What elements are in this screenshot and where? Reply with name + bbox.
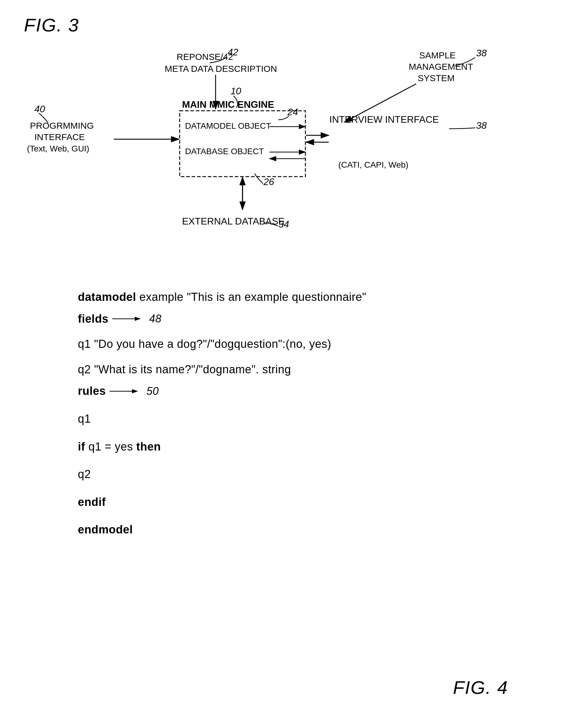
fig3-title: FIG. 3 bbox=[24, 14, 79, 36]
code-section: datamodel example "This is an example qu… bbox=[78, 287, 467, 539]
svg-marker-4 bbox=[135, 317, 141, 321]
interview-sublabel: (CATI, CAPI, Web) bbox=[338, 160, 408, 169]
rules-line: rules 50 bbox=[78, 381, 467, 401]
datamodel-object-label: DATAMODEL OBJECT bbox=[185, 121, 271, 131]
keyword-fields: fields bbox=[78, 309, 108, 329]
keyword-datamodel: datamodel bbox=[78, 291, 136, 303]
ref-38-top: 38 bbox=[476, 48, 487, 58]
response-label: REPONSE/42 bbox=[177, 52, 233, 62]
main-engine-label: MAIN MMIC ENGINE bbox=[182, 99, 274, 110]
endif-line: endif bbox=[78, 492, 467, 512]
fig4-title: FIG. 4 bbox=[453, 677, 508, 698]
diagram-area: MAIN MMIC ENGINE DATAMODEL OBJECT DATABA… bbox=[18, 42, 551, 269]
q1-rule-text: q1 bbox=[78, 412, 91, 425]
q1-line: q1 "Do you have a dog?"/"dogquestion":(n… bbox=[78, 334, 467, 354]
ref-26-line bbox=[255, 174, 263, 183]
q2-rule-text: q2 bbox=[78, 468, 91, 480]
keyword-endif: endif bbox=[78, 496, 106, 508]
ref-38-mid: 38 bbox=[476, 120, 487, 131]
ref-26: 26 bbox=[263, 176, 274, 187]
diagram-svg: MAIN MMIC ENGINE DATAMODEL OBJECT DATABA… bbox=[18, 42, 551, 269]
q2-text: q2 "What is its name?"/"dogname". string bbox=[78, 363, 291, 376]
datamodel-line: datamodel example "This is an example qu… bbox=[78, 287, 467, 307]
ref-42: 42 bbox=[228, 47, 238, 57]
ref-24: 24 bbox=[287, 107, 298, 117]
external-db-label: EXTERNAL DATABASE bbox=[182, 216, 285, 227]
if-line: if q1 = yes then bbox=[78, 437, 467, 456]
ref-38-mid-line bbox=[449, 128, 475, 129]
fields-line: fields 48 bbox=[78, 309, 467, 329]
endmodel-line: endmodel bbox=[78, 520, 467, 539]
main-engine-box bbox=[180, 111, 305, 177]
keyword-then: then bbox=[136, 440, 161, 453]
datamodel-text: example "This is an example questionnair… bbox=[140, 291, 366, 303]
database-object-label: DATABASE OBJECT bbox=[185, 147, 264, 156]
q1-text: q1 "Do you have a dog?"/"dogquestion":(n… bbox=[78, 338, 331, 350]
prog-label1: PROGRMMING bbox=[30, 121, 94, 131]
interview-label: INTERVIEW INTERFACE bbox=[329, 114, 439, 125]
ref-40: 40 bbox=[34, 104, 45, 114]
if-condition: q1 = yes bbox=[88, 440, 136, 453]
ref-10: 10 bbox=[231, 86, 241, 96]
q1-rule-line: q1 bbox=[78, 409, 467, 429]
fields-arrow-svg bbox=[111, 313, 147, 325]
keyword-if: if bbox=[78, 440, 85, 453]
q2-line: q2 "What is its name?"/"dogname". string bbox=[78, 360, 467, 379]
sample-label1: SAMPLE bbox=[419, 50, 456, 60]
keyword-endmodel: endmodel bbox=[78, 523, 133, 536]
ref-50: 50 bbox=[146, 382, 159, 400]
prog-label2: INTERFACE bbox=[34, 132, 85, 142]
prog-label3: (Text, Web, GUI) bbox=[27, 144, 89, 153]
keyword-rules: rules bbox=[78, 381, 106, 401]
rules-arrow-svg bbox=[108, 385, 144, 397]
ref-48: 48 bbox=[149, 310, 161, 328]
page: FIG. 3 MAIN MMIC ENGINE DATAMODEL OBJECT bbox=[0, 0, 568, 728]
q2-rule-line: q2 bbox=[78, 465, 467, 484]
response-meta-label: META DATA DESCRIPTION bbox=[165, 64, 277, 74]
sample-label3: SYSTEM bbox=[418, 73, 455, 83]
ref-34: 34 bbox=[278, 219, 289, 230]
svg-marker-6 bbox=[132, 389, 138, 393]
